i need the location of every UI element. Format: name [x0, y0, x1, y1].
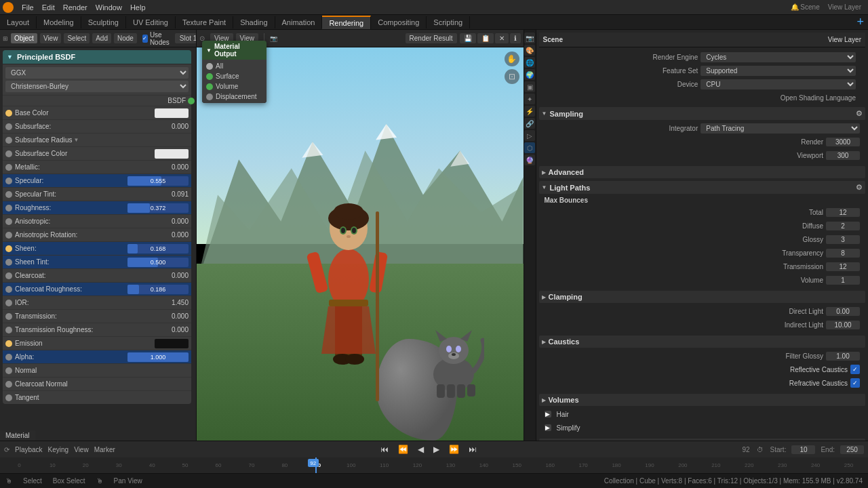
play-btn[interactable]: ▶ — [431, 445, 441, 454]
ior-value[interactable]: 1.450 — [161, 299, 189, 306]
volume-input[interactable] — [826, 276, 860, 285]
subsurface-value[interactable]: 0.000 — [161, 123, 189, 130]
step-forward-btn[interactable]: ⏩ — [447, 445, 461, 454]
node-btn[interactable]: Node — [114, 33, 137, 43]
normal-socket[interactable] — [5, 367, 12, 374]
menu-help[interactable]: Help — [126, 2, 150, 13]
integrator-select[interactable]: Path Tracing — [701, 123, 860, 134]
light-paths-options-btn[interactable]: ⚙ — [856, 183, 863, 192]
zoom-fit-btn[interactable]: ⊡ — [505, 69, 519, 84]
scene-name[interactable]: 🔔 Scene — [787, 3, 824, 11]
ior-socket[interactable] — [5, 300, 12, 306]
metallic-socket[interactable] — [5, 164, 12, 171]
subsurface-method-select[interactable]: Christensen-Burley — [5, 81, 189, 92]
specular-socket[interactable] — [5, 178, 12, 184]
transmission-roughness-value[interactable]: 0.000 — [161, 326, 189, 333]
icon-scene[interactable]: 🌐 — [524, 57, 535, 68]
indirect-light-input[interactable] — [826, 321, 860, 329]
total-input[interactable] — [826, 208, 860, 217]
transmission-socket[interactable] — [5, 313, 12, 320]
tab-uv-editing[interactable]: UV Editing — [126, 16, 176, 28]
subsurface-color-socket[interactable] — [5, 150, 12, 157]
specular-slider[interactable]: 0.555 — [127, 176, 189, 186]
keying-btn[interactable]: Keying — [48, 446, 69, 453]
distribution-select[interactable]: GGX — [5, 67, 189, 79]
object-btn[interactable]: Object — [11, 33, 37, 43]
direct-light-input[interactable] — [826, 307, 860, 316]
hand-tool-btn[interactable]: ✋ — [505, 52, 519, 66]
node-header-principled[interactable]: ▼ Principled BSDF — [3, 50, 191, 64]
material-tab[interactable]: Material — [0, 430, 35, 441]
glossy-input[interactable] — [826, 235, 860, 244]
info-render-btn[interactable]: ℹ — [510, 33, 521, 43]
transmission-value[interactable]: 0.000 — [161, 312, 189, 320]
add-btn[interactable]: Add — [92, 33, 111, 43]
marker-btn[interactable]: Marker — [94, 446, 115, 453]
icon-shaderfx[interactable]: 🔮 — [524, 155, 535, 165]
specular-tint-value[interactable]: 0.091 — [161, 190, 189, 198]
alpha-slider[interactable]: 1.000 — [127, 352, 189, 362]
bsdf-output-socket[interactable] — [188, 98, 195, 104]
tab-compositing[interactable]: Compositing — [371, 16, 427, 28]
tab-rendering[interactable]: Rendering — [322, 16, 371, 29]
node-collapse-triangle[interactable]: ▼ — [7, 54, 13, 60]
refractive-caustics-checkbox[interactable]: ✓ — [850, 378, 860, 388]
advanced-header[interactable]: ▶ Advanced — [539, 166, 866, 178]
jump-end-btn[interactable]: ⏭ — [467, 445, 479, 454]
tab-shading[interactable]: Shading — [233, 16, 275, 28]
icon-world[interactable]: 🌍 — [524, 69, 535, 80]
subsurface-color-swatch[interactable] — [155, 149, 189, 159]
simplify-expand[interactable]: ▶ — [545, 424, 551, 431]
feature-set-select[interactable]: Supported — [701, 66, 856, 76]
subsurface-socket[interactable] — [5, 123, 12, 130]
close-render-btn[interactable]: ✕ — [495, 33, 509, 43]
tab-animation[interactable]: Animation — [275, 16, 323, 28]
icon-material[interactable]: ⬡ — [524, 142, 535, 153]
view-btn-timeline[interactable]: View — [74, 446, 89, 453]
roughness-socket[interactable] — [5, 205, 12, 211]
use-nodes-toggle[interactable]: ✓ Use Nodes — [142, 31, 172, 46]
sheen-socket[interactable] — [5, 245, 12, 252]
sampling-options-btn[interactable]: ⚙ — [856, 109, 863, 118]
transmission-roughness-socket[interactable] — [5, 327, 12, 333]
tab-texture-paint[interactable]: Texture Paint — [176, 16, 233, 28]
playhead-indicator[interactable]: 92 — [308, 459, 319, 467]
clearcoat-value[interactable]: 0.000 — [161, 272, 189, 279]
icon-constraints[interactable]: 🔗 — [524, 118, 535, 129]
icon-data[interactable]: ▷ — [524, 130, 535, 141]
emission-swatch[interactable] — [155, 339, 189, 348]
tab-sculpting[interactable]: Sculpting — [81, 16, 126, 28]
end-frame-input[interactable] — [840, 445, 864, 454]
render-result-btn[interactable]: Render Result — [406, 33, 457, 43]
clearcoat-roughness-slider[interactable]: 0.186 — [127, 285, 189, 294]
playback-btn[interactable]: Playback — [15, 446, 43, 453]
clearcoat-socket[interactable] — [5, 272, 12, 279]
tangent-socket[interactable] — [5, 394, 12, 401]
tab-modeling[interactable]: Modeling — [37, 16, 81, 28]
alpha-socket[interactable] — [5, 354, 12, 361]
node-editor-area[interactable]: ▼ Principled BSDF GGX Christensen-Burley — [0, 47, 196, 441]
render-result-area[interactable]: ✋ ⊡ — [197, 47, 524, 441]
light-paths-header[interactable]: ▼ Light Paths ⚙ — [539, 181, 866, 194]
clearcoat-roughness-socket[interactable] — [5, 286, 12, 293]
anisotropic-rotation-value[interactable]: 0.000 — [161, 231, 189, 239]
use-nodes-checkbox[interactable]: ✓ — [142, 35, 148, 43]
hair-expand[interactable]: ▶ — [545, 411, 551, 418]
start-frame-input[interactable] — [791, 445, 815, 454]
view-layer-name[interactable]: View Layer — [824, 3, 865, 11]
icon-camera[interactable]: 📷 — [524, 33, 535, 43]
menu-edit[interactable]: Edit — [38, 2, 59, 13]
select-btn[interactable]: Select — [64, 33, 90, 43]
roughness-slider[interactable]: 0.372 — [127, 203, 189, 213]
device-select[interactable]: CPU — [701, 79, 856, 89]
clearcoat-normal-socket[interactable] — [5, 381, 12, 388]
jump-start-btn[interactable]: ⏮ — [378, 445, 391, 454]
sheen-slider[interactable]: 0.168 — [127, 244, 189, 253]
menu-window[interactable]: Window — [92, 2, 126, 13]
menu-render[interactable]: Render — [59, 2, 92, 13]
save-render-btn[interactable]: 💾 — [460, 33, 476, 43]
subsurface-radius-socket[interactable] — [5, 137, 12, 144]
icon-particles[interactable]: ✦ — [524, 94, 535, 104]
render-engine-select[interactable]: Cycles — [701, 52, 856, 62]
sheen-tint-slider[interactable]: 0.500 — [127, 258, 189, 267]
